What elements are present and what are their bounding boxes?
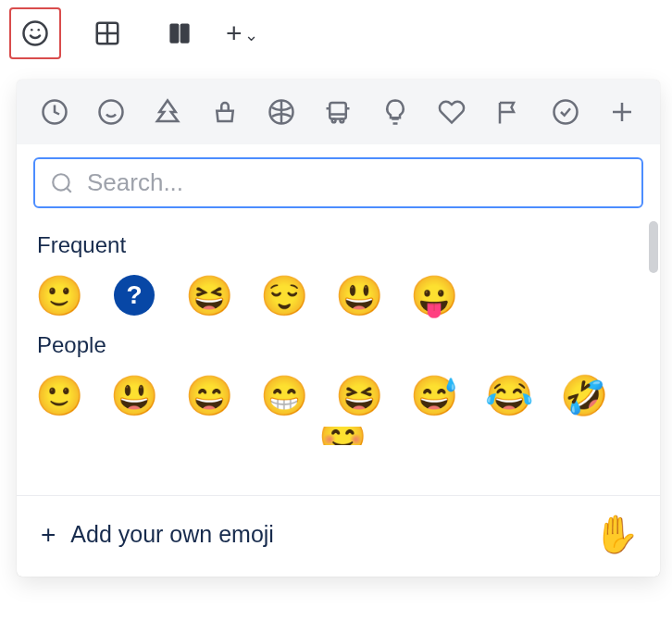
category-food[interactable] bbox=[201, 93, 249, 131]
add-own-label: Add your own emoji bbox=[70, 521, 274, 548]
emoji-item[interactable]: 🙂 bbox=[37, 373, 81, 417]
category-nature[interactable] bbox=[143, 93, 192, 131]
category-tabs bbox=[17, 80, 660, 144]
category-productivity[interactable] bbox=[541, 93, 590, 131]
emoji-item[interactable]: 😆 bbox=[187, 273, 231, 317]
svg-rect-14 bbox=[330, 103, 347, 119]
search-icon bbox=[50, 171, 74, 195]
section-title-frequent: Frequent bbox=[37, 232, 647, 258]
plus-icon: + bbox=[226, 18, 243, 49]
emoji-item[interactable]: 🤣 bbox=[562, 373, 606, 417]
food-icon bbox=[211, 98, 239, 126]
people-row-2: 😊 bbox=[37, 427, 647, 445]
insert-more-button[interactable]: + ⌄ bbox=[226, 18, 258, 49]
category-custom[interactable] bbox=[598, 93, 646, 131]
chevron-down-icon: ⌄ bbox=[244, 25, 258, 45]
emoji-item[interactable]: 😅 bbox=[412, 373, 456, 417]
emoji-toolbar-button[interactable] bbox=[9, 7, 61, 59]
nature-icon bbox=[154, 98, 181, 126]
emoji-item[interactable]: 😊 bbox=[320, 427, 365, 445]
layouts-toolbar-button[interactable] bbox=[154, 7, 205, 59]
svg-point-17 bbox=[341, 119, 344, 123]
objects-icon bbox=[381, 98, 409, 126]
frequent-row: 🙂 ? 😆 😌 😃 😛 bbox=[37, 273, 647, 317]
category-symbols[interactable] bbox=[428, 93, 476, 131]
table-toolbar-button[interactable] bbox=[81, 7, 133, 59]
emoji-picker-panel: Frequent 🙂 ? 😆 😌 😃 😛 People 🙂 😃 😄 😁 😆 😅 … bbox=[17, 80, 660, 577]
symbols-icon bbox=[438, 98, 466, 126]
search-wrapper bbox=[17, 144, 660, 217]
svg-line-24 bbox=[67, 188, 70, 192]
picker-footer: + Add your own emoji ✋ bbox=[17, 495, 660, 577]
category-recent[interactable] bbox=[31, 93, 79, 131]
emoji-item[interactable]: ? bbox=[112, 273, 156, 317]
activity-icon bbox=[268, 98, 295, 126]
table-icon bbox=[93, 19, 121, 47]
section-title-people: People bbox=[37, 332, 647, 358]
svg-point-23 bbox=[53, 174, 68, 190]
footer-preview-emoji: ✋ bbox=[593, 513, 640, 556]
recent-icon bbox=[41, 98, 68, 126]
emoji-item[interactable]: 😛 bbox=[412, 273, 456, 317]
add-your-own-button[interactable]: + Add your own emoji bbox=[41, 520, 274, 550]
search-box[interactable] bbox=[33, 157, 643, 208]
editor-toolbar: + ⌄ bbox=[0, 0, 672, 72]
emoji-item[interactable]: 😃 bbox=[337, 273, 381, 317]
people-icon bbox=[97, 98, 125, 126]
scrollbar-thumb[interactable] bbox=[649, 221, 658, 273]
emoji-item[interactable]: 😂 bbox=[487, 373, 531, 417]
productivity-icon bbox=[552, 98, 579, 126]
emoji-scroll-area[interactable]: Frequent 🙂 ? 😆 😌 😃 😛 People 🙂 😃 😄 😁 😆 😅 … bbox=[17, 217, 660, 495]
svg-point-0 bbox=[24, 22, 47, 45]
flags-icon bbox=[495, 98, 523, 126]
travel-icon bbox=[324, 98, 352, 126]
category-people[interactable] bbox=[87, 93, 135, 131]
emoji-item[interactable]: 🙂 bbox=[37, 273, 81, 317]
emoji-item[interactable]: 😁 bbox=[262, 373, 306, 417]
svg-point-9 bbox=[100, 101, 123, 124]
people-row: 🙂 😃 😄 😁 😆 😅 😂 🤣 bbox=[37, 373, 647, 417]
question-mark-emoji: ? bbox=[114, 275, 155, 316]
svg-rect-6 bbox=[170, 24, 179, 43]
svg-point-16 bbox=[332, 119, 336, 123]
emoji-item[interactable]: 😄 bbox=[187, 373, 231, 417]
category-activity[interactable] bbox=[257, 93, 305, 131]
layouts-icon bbox=[166, 19, 193, 47]
emoji-item[interactable]: 😆 bbox=[337, 373, 381, 417]
emoji-smile-icon bbox=[21, 19, 49, 47]
svg-point-20 bbox=[554, 101, 577, 124]
emoji-item[interactable]: 😌 bbox=[262, 273, 306, 317]
custom-add-icon bbox=[608, 98, 636, 126]
search-input[interactable] bbox=[87, 168, 627, 197]
category-objects[interactable] bbox=[371, 93, 419, 131]
category-flags[interactable] bbox=[485, 93, 533, 131]
category-travel[interactable] bbox=[314, 93, 362, 131]
emoji-item[interactable]: 😃 bbox=[112, 373, 156, 417]
plus-icon: + bbox=[41, 520, 56, 550]
svg-rect-7 bbox=[180, 24, 189, 43]
